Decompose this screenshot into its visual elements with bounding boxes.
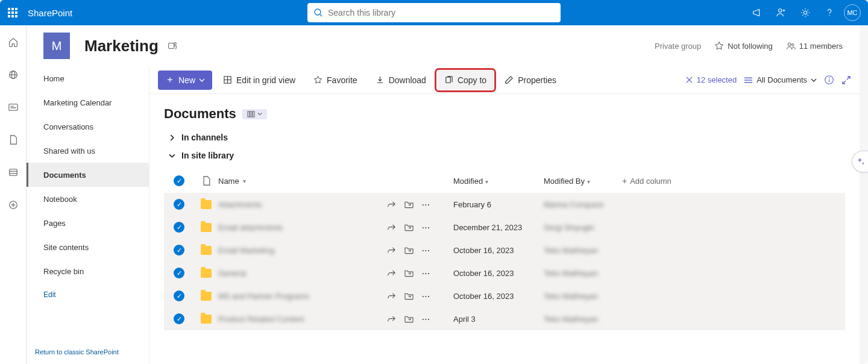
selection-count[interactable]: 12 selected [685, 75, 737, 84]
share-icon[interactable] [387, 223, 396, 232]
search-box[interactable] [307, 3, 561, 22]
chevron-down-icon [811, 77, 817, 83]
move-icon[interactable] [404, 200, 414, 209]
nav-item-marketing-calendar[interactable]: Marketing Calendar [27, 90, 149, 115]
nav-item-notebook[interactable]: Notebook [27, 187, 149, 211]
follow-button[interactable]: Not following [714, 41, 772, 51]
table-row[interactable]: ✓Email MarketingOctober 16, 2023Teko Mal… [164, 239, 845, 262]
classic-link[interactable]: Return to classic SharePoint [27, 340, 149, 364]
megaphone-icon[interactable] [747, 3, 767, 22]
rail-globe-icon[interactable] [4, 65, 23, 84]
more-icon[interactable] [422, 315, 430, 324]
more-icon[interactable] [422, 223, 430, 232]
rail-add-icon[interactable] [4, 195, 23, 215]
expand-icon[interactable] [841, 75, 851, 85]
star-icon [313, 75, 322, 84]
more-icon[interactable] [422, 269, 430, 278]
row-checkbox[interactable]: ✓ [174, 290, 184, 301]
item-name[interactable]: Product Related Content [218, 315, 304, 324]
section-channels[interactable]: In channels [164, 133, 845, 142]
rail-list-icon[interactable] [4, 163, 23, 182]
favorite-button[interactable]: Favorite [306, 71, 365, 90]
rail-file-icon[interactable] [4, 130, 23, 149]
table-row[interactable]: ✓Product Related ContentApril 3Teko Mali… [164, 307, 845, 330]
table-row[interactable]: ✓Email attachmentsDecember 21, 2023Sergi… [164, 216, 845, 239]
table-row[interactable]: ✓GeneralOctober 16, 2023Teko Maliheyan [164, 262, 845, 284]
copy-to-button[interactable]: Copy to [437, 71, 494, 90]
members-button[interactable]: 11 members [786, 41, 843, 51]
nav-item-recycle-bin[interactable]: Recycle bin [27, 259, 149, 283]
settings-icon[interactable] [796, 3, 815, 22]
more-icon[interactable] [422, 292, 430, 301]
move-icon[interactable] [404, 292, 414, 301]
move-icon[interactable] [404, 269, 414, 278]
item-name[interactable]: Email Marketing [218, 246, 274, 255]
view-selector[interactable]: All Documents [744, 75, 817, 84]
share-icon[interactable] [387, 269, 396, 278]
nav-edit[interactable]: Edit [27, 283, 149, 306]
sparkle-icon [856, 157, 866, 166]
info-icon[interactable] [824, 75, 834, 85]
column-modified[interactable]: Modified ▾ [453, 177, 544, 186]
column-modified-by[interactable]: Modified By ▾ [544, 177, 622, 186]
nav-item-home[interactable]: Home [27, 66, 149, 90]
add-column[interactable]: +Add column [622, 176, 845, 186]
item-name[interactable]: MS and Partner Programs [218, 292, 309, 301]
avatar[interactable]: MC [844, 4, 861, 21]
download-button[interactable]: Download [368, 71, 433, 90]
nav-item-pages[interactable]: Pages [27, 211, 149, 235]
more-icon[interactable] [422, 246, 430, 255]
row-checkbox[interactable]: ✓ [174, 245, 184, 256]
nav-item-conversations[interactable]: Conversations [27, 115, 149, 139]
chevron-right-icon [169, 134, 175, 141]
share-icon[interactable] [387, 200, 396, 209]
row-checkbox[interactable]: ✓ [174, 313, 184, 324]
svg-rect-17 [169, 43, 174, 49]
type-column-icon[interactable] [194, 176, 218, 186]
nav-item-shared-with-us[interactable]: Shared with us [27, 139, 149, 163]
site-header: M Marketing Private group Not following … [27, 25, 860, 66]
site-title: Marketing [84, 37, 159, 55]
row-checkbox[interactable]: ✓ [174, 199, 184, 210]
share-icon[interactable] [387, 315, 396, 324]
chevron-down-icon [169, 152, 175, 159]
move-icon[interactable] [404, 246, 414, 255]
view-pill[interactable] [242, 109, 267, 119]
svg-point-18 [174, 43, 177, 45]
share-icon[interactable] [387, 292, 396, 301]
more-icon[interactable] [422, 200, 430, 209]
column-name[interactable]: Name▾ [218, 177, 387, 186]
search-input[interactable] [328, 8, 555, 17]
properties-button[interactable]: Properties [497, 71, 564, 90]
teams-icon[interactable] [167, 40, 178, 51]
row-checkbox[interactable]: ✓ [174, 222, 184, 233]
folder-icon [194, 223, 218, 232]
modified-by-cell: Sergi Sinyugin [544, 223, 594, 232]
modified-by-cell: Teko Maliheyan [544, 246, 598, 255]
item-name[interactable]: Email attachments [218, 223, 283, 232]
move-icon[interactable] [404, 223, 414, 232]
person-add-icon[interactable] [772, 3, 791, 22]
svg-rect-33 [253, 111, 254, 116]
share-icon[interactable] [387, 246, 396, 255]
nav-item-site-contents[interactable]: Site contents [27, 235, 149, 259]
new-button[interactable]: ＋ New [158, 71, 212, 90]
nav-item-documents[interactable]: Documents [27, 163, 149, 187]
move-icon[interactable] [404, 315, 414, 324]
help-icon[interactable] [820, 3, 839, 22]
folder-icon [194, 269, 218, 278]
table-row[interactable]: ✓MS and Partner ProgramsOctober 16, 2023… [164, 284, 845, 307]
edit-grid-button[interactable]: Edit in grid view [216, 71, 303, 90]
item-name[interactable]: General [218, 269, 246, 278]
section-library[interactable]: In site library [164, 151, 845, 160]
rail-news-icon[interactable] [4, 98, 23, 117]
table-row[interactable]: ✓AttachmentsFebruary 6Marina Conquest [164, 193, 845, 216]
privacy-label: Private group [655, 42, 701, 51]
pencil-icon [505, 75, 514, 84]
item-name[interactable]: Attachments [218, 200, 262, 209]
app-launcher[interactable] [0, 0, 25, 25]
select-all[interactable]: ✓ [164, 175, 194, 186]
row-checkbox[interactable]: ✓ [174, 268, 184, 278]
rail-home-icon[interactable] [4, 33, 23, 52]
scrollbar[interactable] [860, 25, 868, 364]
